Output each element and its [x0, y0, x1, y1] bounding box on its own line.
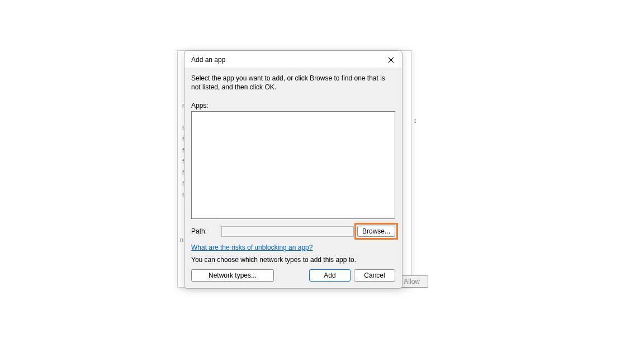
close-icon — [388, 57, 394, 63]
path-label: Path: — [191, 227, 218, 235]
apps-listbox[interactable] — [191, 111, 395, 219]
network-types-button[interactable]: Network types... — [191, 269, 274, 282]
close-button[interactable] — [386, 55, 395, 64]
bg-text-fragment: t — [414, 115, 416, 126]
network-types-description: You can choose which network types to ad… — [191, 256, 395, 264]
risks-link[interactable]: What are the risks of unblocking an app? — [191, 244, 312, 251]
bg-text-fragment: n — [180, 234, 183, 245]
add-app-dialog: Add an app Select the app you want to ad… — [184, 50, 402, 289]
path-row: Path: Browse... — [191, 226, 395, 237]
cancel-button[interactable]: Cancel — [354, 269, 395, 282]
browse-button[interactable]: Browse... — [357, 226, 395, 237]
dialog-content: Select the app you want to add, or click… — [184, 68, 402, 288]
button-row: Network types... Add Cancel — [191, 269, 395, 282]
path-input[interactable] — [221, 226, 354, 237]
apps-label: Apps: — [191, 102, 395, 109]
dialog-titlebar: Add an app — [184, 51, 402, 68]
instruction-text: Select the app you want to add, or click… — [191, 74, 395, 92]
dialog-title: Add an app — [191, 56, 225, 64]
add-button[interactable]: Add — [309, 269, 351, 282]
